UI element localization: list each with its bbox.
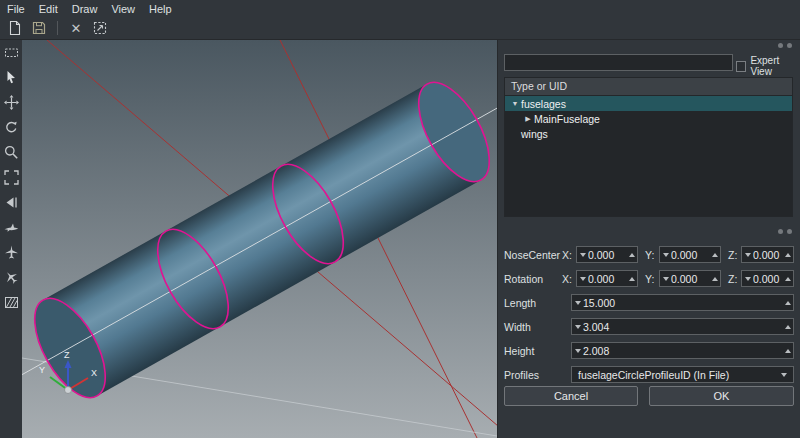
spin-up-icon[interactable] <box>782 343 793 358</box>
tree-item-label: MainFuselage <box>534 113 600 125</box>
spin-down-icon[interactable] <box>577 271 588 286</box>
axis-x-label: X <box>91 368 97 378</box>
dock-dot[interactable] <box>778 229 783 234</box>
expert-view-checkbox[interactable] <box>736 61 746 72</box>
expander-icon[interactable]: ▼ <box>509 100 521 107</box>
menu-bar: File Edit Draw View Help <box>0 0 800 17</box>
height-label: Height <box>504 345 534 357</box>
spin-down-icon[interactable] <box>572 295 583 310</box>
rotation-y-input[interactable] <box>671 273 709 285</box>
rotation-z-input[interactable] <box>753 273 782 285</box>
tree-item-fuselages[interactable]: ▼fuselages <box>505 96 792 111</box>
pan-icon[interactable] <box>3 94 20 111</box>
width-input[interactable] <box>583 321 782 333</box>
nosecenter-y-spinbox[interactable] <box>659 246 721 263</box>
rotation-x-input[interactable] <box>588 273 626 285</box>
new-file-icon[interactable] <box>7 20 23 36</box>
scene-tree: Type or UID ▼fuselages▶MainFuselagewings <box>504 77 793 217</box>
spin-down-icon[interactable] <box>742 271 753 286</box>
dock-dot[interactable] <box>778 43 783 48</box>
spin-down-icon[interactable] <box>660 247 671 262</box>
ok-button[interactable]: OK <box>649 386 794 406</box>
menu-file[interactable]: File <box>0 2 32 16</box>
spin-up-icon[interactable] <box>709 247 720 262</box>
rubber-band-icon[interactable] <box>3 44 20 61</box>
menu-draw[interactable]: Draw <box>65 2 105 16</box>
viewport-scene[interactable]: Z Y X <box>22 40 497 438</box>
nosecenter-x-input[interactable] <box>588 249 626 261</box>
expert-view-option: Expert View <box>736 55 800 77</box>
viewport-3d[interactable]: Z Y X <box>22 40 497 438</box>
length-input[interactable] <box>583 297 782 309</box>
top-view-icon[interactable] <box>3 244 20 261</box>
zoom-fit-icon[interactable] <box>3 169 20 186</box>
rotation-x-spinbox[interactable] <box>576 270 638 287</box>
chevron-down-icon <box>781 373 787 377</box>
menu-help[interactable]: Help <box>142 2 179 16</box>
cursor-icon[interactable] <box>3 69 20 86</box>
spin-up-icon[interactable] <box>709 271 720 286</box>
tree-item-label: wings <box>521 128 548 140</box>
search-input[interactable] <box>504 54 733 71</box>
tree-item-MainFuselage[interactable]: ▶MainFuselage <box>505 111 792 126</box>
dock-handle-dots[interactable] <box>778 43 792 48</box>
rotation-z-spinbox[interactable] <box>741 270 794 287</box>
tree-item-wings[interactable]: wings <box>505 126 792 141</box>
spin-down-icon[interactable] <box>572 343 583 358</box>
wireframe-icon[interactable] <box>3 294 20 311</box>
dock-dot[interactable] <box>787 229 792 234</box>
rotation-y-spinbox[interactable] <box>659 270 721 287</box>
x-axis-label: X: <box>562 249 572 261</box>
tree-body: ▼fuselages▶MainFuselagewings <box>505 96 792 141</box>
nosecenter-x-spinbox[interactable] <box>576 246 638 263</box>
tree-item-label: fuselages <box>521 98 566 110</box>
z-axis-label: Z: <box>728 249 737 261</box>
rotation-label: Rotation <box>504 273 543 285</box>
dock-handle-dots[interactable] <box>778 229 792 234</box>
spin-down-icon[interactable] <box>660 271 671 286</box>
length-spinbox[interactable] <box>571 294 794 311</box>
front-view-icon[interactable] <box>3 194 20 211</box>
height-spinbox[interactable] <box>571 342 794 359</box>
y-axis-label: Y: <box>645 273 654 285</box>
length-label: Length <box>504 297 536 309</box>
cancel-button[interactable]: Cancel <box>504 386 638 406</box>
rotate-icon[interactable] <box>3 119 20 136</box>
tree-header: Type or UID <box>505 78 792 96</box>
close-icon[interactable]: ✕ <box>68 20 84 36</box>
zoom-icon[interactable] <box>3 144 20 161</box>
menu-edit[interactable]: Edit <box>32 2 65 16</box>
left-toolbar <box>0 40 22 438</box>
save-icon[interactable] <box>31 20 47 36</box>
profiles-combobox[interactable]: fuselageCircleProfileuID (In File) <box>571 366 794 383</box>
app-window: File Edit Draw View Help ✕ <box>0 0 800 438</box>
spin-up-icon[interactable] <box>782 295 793 310</box>
profiles-value: fuselageCircleProfileuID (In File) <box>578 369 729 381</box>
spin-down-icon[interactable] <box>572 319 583 334</box>
spin-up-icon[interactable] <box>782 247 793 262</box>
axonometric-view-icon[interactable] <box>3 269 20 286</box>
dock-dot[interactable] <box>787 43 792 48</box>
height-input[interactable] <box>583 345 782 357</box>
spin-up-icon[interactable] <box>626 247 637 262</box>
width-label: Width <box>504 321 531 333</box>
spin-down-icon[interactable] <box>742 247 753 262</box>
nosecenter-y-input[interactable] <box>671 249 709 261</box>
nosecenter-z-spinbox[interactable] <box>741 246 794 263</box>
menu-view[interactable]: View <box>104 2 142 16</box>
toolbar-separator <box>57 21 58 35</box>
width-spinbox[interactable] <box>571 318 794 335</box>
nosecenter-z-input[interactable] <box>753 249 782 261</box>
axis-z-label: Z <box>64 350 70 360</box>
main-toolbar: ✕ <box>0 17 800 40</box>
spin-up-icon[interactable] <box>626 271 637 286</box>
nosecenter-label: NoseCenter <box>504 249 560 261</box>
x-axis-label: X: <box>562 273 572 285</box>
profiles-label: Profiles <box>504 369 539 381</box>
expander-icon[interactable]: ▶ <box>522 115 534 123</box>
spin-up-icon[interactable] <box>782 319 793 334</box>
side-view-icon[interactable] <box>3 219 20 236</box>
spin-down-icon[interactable] <box>577 247 588 262</box>
spin-up-icon[interactable] <box>782 271 793 286</box>
fit-view-icon[interactable] <box>92 20 108 36</box>
